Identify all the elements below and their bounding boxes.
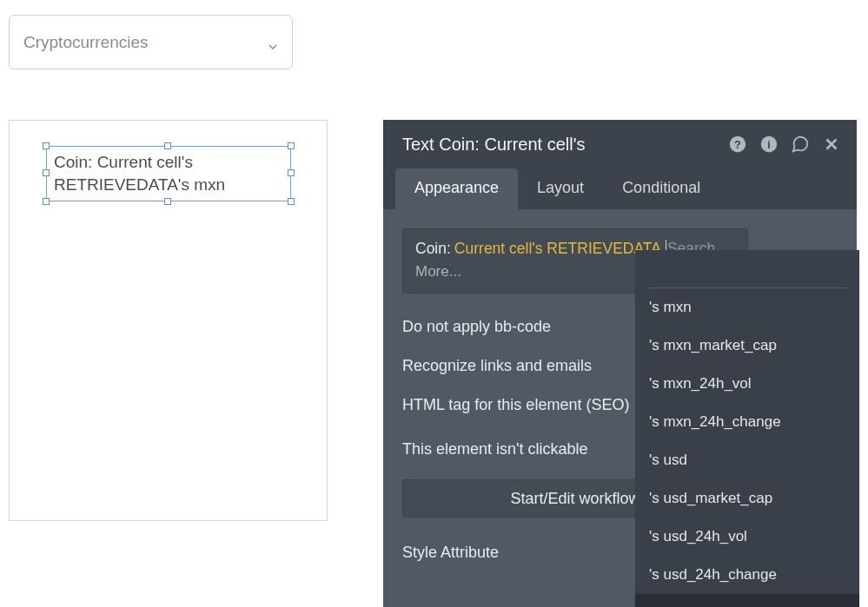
close-icon[interactable] — [822, 135, 841, 154]
panel-header-icons: ? i — [728, 135, 841, 154]
chevron-down-icon — [268, 37, 278, 48]
resize-handle-bottom-left[interactable] — [43, 198, 50, 205]
resize-handle-middle-left[interactable] — [43, 169, 50, 176]
resize-handle-top-left[interactable] — [43, 142, 50, 149]
autocomplete-item[interactable]: 's mxn — [635, 288, 859, 327]
tab-conditional[interactable]: Conditional — [603, 168, 719, 209]
selected-text-content: Coin: Current cell's RETRIEVEDATA's mxn — [54, 151, 283, 195]
editor-canvas[interactable]: Coin: Current cell's RETRIEVEDATA's mxn — [9, 120, 328, 521]
svg-text:?: ? — [734, 138, 741, 151]
autocomplete-item[interactable]: 's mxn_24h_change — [635, 403, 859, 441]
expression-static-text: Coin: — [415, 240, 451, 258]
resize-handle-middle-right[interactable] — [288, 169, 295, 176]
resize-handle-bottom-right[interactable] — [288, 198, 295, 205]
tab-appearance[interactable]: Appearance — [395, 168, 518, 209]
panel-tabs: Appearance Layout Conditional — [383, 168, 857, 209]
info-icon[interactable]: i — [759, 135, 779, 154]
autocomplete-list: 's mxn's mxn_market_cap's mxn_24h_vol's … — [635, 288, 859, 607]
resize-handle-top-right[interactable] — [288, 142, 295, 149]
tab-layout[interactable]: Layout — [518, 168, 603, 209]
panel-title: Text Coin: Current cell's — [402, 135, 728, 155]
comment-icon[interactable] — [791, 135, 810, 154]
autocomplete-item[interactable]: 's coin — [635, 594, 859, 607]
autocomplete-item[interactable]: 's mxn_market_cap — [635, 327, 859, 365]
autocomplete-item[interactable]: 's usd — [635, 441, 859, 479]
svg-text:i: i — [767, 138, 771, 151]
autocomplete-item[interactable]: 's mxn_24h_vol — [635, 365, 859, 403]
autocomplete-item[interactable]: 's usd_24h_change — [635, 556, 859, 594]
autocomplete-item[interactable]: 's usd_market_cap — [635, 479, 859, 518]
panel-header[interactable]: Text Coin: Current cell's ? i — [383, 120, 857, 168]
selected-text-element[interactable]: Coin: Current cell's RETRIEVEDATA's mxn — [47, 147, 290, 201]
autocomplete-dropdown: 's mxn's mxn_market_cap's mxn_24h_vol's … — [635, 250, 859, 607]
resize-handle-bottom-middle[interactable] — [164, 198, 171, 205]
expression-dynamic-text[interactable]: Current cell's RETRIEVEDATA — [454, 240, 661, 258]
autocomplete-item[interactable]: 's usd_24h_vol — [635, 518, 859, 556]
resize-handle-top-middle[interactable] — [164, 142, 171, 149]
cryptocurrency-dropdown[interactable]: Cryptocurrencies — [9, 15, 293, 69]
dropdown-value: Cryptocurrencies — [23, 33, 149, 52]
help-icon[interactable]: ? — [728, 135, 747, 154]
autocomplete-header — [647, 250, 847, 288]
